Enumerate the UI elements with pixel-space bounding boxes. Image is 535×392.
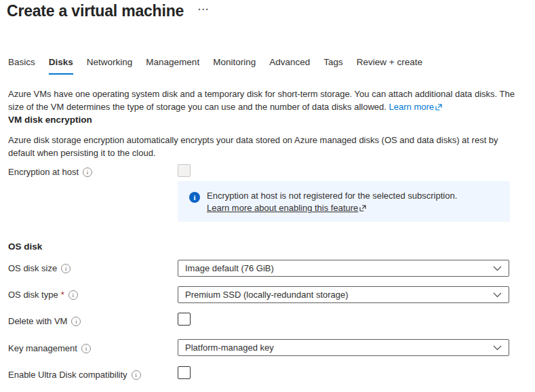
delete-with-vm-checkbox[interactable]: [178, 313, 191, 326]
more-options-button[interactable]: ···: [198, 4, 210, 15]
tab-networking[interactable]: Networking: [87, 57, 133, 75]
tab-bar: Basics Disks Networking Management Monit…: [8, 57, 422, 75]
external-link-icon: [435, 101, 442, 114]
tab-advanced[interactable]: Advanced: [269, 57, 310, 75]
tab-basics[interactable]: Basics: [8, 57, 35, 75]
ultra-disk-compatibility-checkbox[interactable]: [178, 366, 191, 379]
tab-review-create[interactable]: Review + create: [357, 57, 422, 75]
info-icon[interactable]: i: [61, 264, 71, 273]
learn-more-link[interactable]: Learn more: [389, 102, 434, 112]
info-icon[interactable]: i: [71, 317, 81, 326]
key-management-label: Key management i: [8, 343, 91, 353]
info-icon[interactable]: i: [132, 370, 141, 380]
os-disk-type-value: Premium SSD (locally-redundant storage): [185, 290, 488, 300]
info-icon[interactable]: i: [83, 168, 92, 177]
tab-disks[interactable]: Disks: [49, 57, 73, 75]
delete-with-vm-label: Delete with VM i: [8, 316, 81, 326]
os-disk-size-dropdown[interactable]: Image default (76 GiB): [178, 260, 509, 277]
info-icon[interactable]: i: [81, 344, 91, 353]
chevron-down-icon: [493, 292, 502, 298]
vm-disk-encryption-description: Azure disk storage encryption automatica…: [8, 134, 515, 159]
info-banner-icon: i: [189, 192, 200, 203]
encryption-at-host-label: Encryption at host i: [8, 167, 92, 177]
os-disk-type-label: OS disk type * i: [8, 290, 78, 300]
intro-paragraph: Azure VMs have one operating system disk…: [8, 87, 528, 114]
chevron-down-icon: [493, 266, 502, 271]
tab-tags[interactable]: Tags: [323, 57, 343, 75]
tab-monitoring[interactable]: Monitoring: [213, 57, 256, 75]
ultra-disk-compatibility-label: Enable Ultra Disk compatibility i: [8, 370, 141, 380]
subscription-info-banner: i Encryption at host is not registered f…: [178, 181, 510, 222]
os-disk-size-label: OS disk size i: [8, 263, 71, 273]
banner-learn-more-link[interactable]: Learn more about enabling this feature: [207, 203, 358, 213]
create-vm-page: Create a virtual machine ··· Basics Disk…: [0, 0, 535, 392]
chevron-down-icon: [493, 345, 502, 351]
required-asterisk: *: [61, 290, 64, 300]
banner-message: Encryption at host is not registered for…: [207, 190, 457, 202]
encryption-at-host-checkbox: [178, 164, 191, 177]
os-disk-size-value: Image default (76 GiB): [185, 263, 488, 273]
page-title: Create a virtual machine: [7, 2, 184, 20]
vm-disk-encryption-heading: VM disk encryption: [8, 115, 92, 125]
info-icon[interactable]: i: [68, 290, 78, 300]
os-disk-heading: OS disk: [8, 241, 42, 252]
tab-management[interactable]: Management: [146, 57, 199, 75]
external-link-icon: [359, 203, 366, 215]
os-disk-type-dropdown[interactable]: Premium SSD (locally-redundant storage): [178, 286, 509, 303]
key-management-dropdown[interactable]: Platform-managed key: [178, 339, 509, 356]
key-management-value: Platform-managed key: [185, 342, 488, 353]
